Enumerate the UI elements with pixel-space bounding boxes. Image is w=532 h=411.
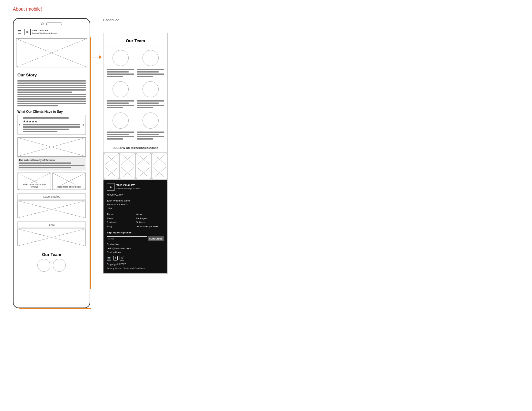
ratings-image: Read more ratings and reviews <box>17 172 51 190</box>
contact-label: Contact us <box>107 242 164 247</box>
mobile-speaker <box>46 23 62 25</box>
insta-7[interactable] <box>135 166 152 180</box>
testimonials-carousel[interactable]: ‹ ★★★★★ › <box>17 115 86 135</box>
team-member-3 <box>107 81 134 110</box>
footer-nav-blog[interactable]: Blog <box>107 225 135 229</box>
contact-section: Contact us hello@thechalet.com Chat with… <box>107 242 164 255</box>
footer-logo: 🏔 THE CHALET Sedona Weddings & Events <box>107 183 164 191</box>
footer-logo-text: THE CHALET <box>116 184 141 187</box>
our-story-text <box>17 79 86 108</box>
team-member-2 <box>137 50 164 79</box>
mobile-frame-left: ☰ 🏔 THE CHALET Sedona Weddings & Events … <box>13 18 90 308</box>
footer-nav-right: Venue Packages Options Local hotel partn… <box>136 212 164 229</box>
instagram-grid <box>103 152 167 180</box>
orange-border-bottom <box>19 308 91 309</box>
insta-2[interactable] <box>120 152 136 166</box>
insta-5[interactable] <box>103 166 120 180</box>
read-more-row: Read more ratings and reviews Read more … <box>16 171 87 191</box>
copyright-section: Copyright ©2020 Privacy Policy Terms and… <box>107 262 164 270</box>
terms-link[interactable]: Terms and Conditions <box>123 267 145 270</box>
subscribe-button[interactable]: SUBSCRIBE <box>148 236 164 241</box>
facebook-icon[interactable]: f <box>113 256 118 260</box>
insta-4[interactable] <box>152 152 168 166</box>
blog-image <box>17 229 86 246</box>
email-input[interactable] <box>107 236 147 241</box>
second-panel: Our Team <box>103 33 168 274</box>
footer-dark: 🏔 THE CHALET Sedona Weddings & Events 92… <box>103 180 167 273</box>
posts-btn[interactable]: Read more of our posts <box>53 185 85 189</box>
team-circle-2 <box>53 259 66 272</box>
case-studies-section: Case Studies <box>16 191 87 220</box>
footer-links: Privacy Policy Terms and Conditions <box>107 267 164 270</box>
footer-nav-left: About Press Reviews Blog <box>107 212 135 229</box>
sedona-section: The natural beauty of Sedona <box>16 137 87 171</box>
logo-area: 🏔 THE CHALET Sedona Weddings & Events <box>24 29 57 35</box>
case-studies-label: Case Studies <box>17 193 86 200</box>
footer-nav-packages[interactable]: Packages <box>136 217 164 221</box>
logo-icon: 🏔 <box>24 29 31 35</box>
footer-logo-icon: 🏔 <box>107 183 114 191</box>
arrow-line <box>90 57 100 57</box>
instagram-icon[interactable]: 📷 <box>107 256 111 260</box>
testimonials-title: What Our Clients Have to Say <box>17 110 86 113</box>
team-circles-row <box>17 259 86 272</box>
footer-addr1: 1234 Wedding Lane <box>107 199 164 203</box>
team-circle-d <box>143 81 159 97</box>
sedona-label: The natural beauty of Sedona <box>19 159 84 161</box>
arrow-connector <box>90 18 103 57</box>
stars: ★★★★★ <box>23 120 80 123</box>
carousel-next[interactable]: › <box>82 122 85 127</box>
team-circle-c <box>113 81 129 97</box>
twitter-icon[interactable]: 𝕏 <box>120 256 124 260</box>
hamburger-icon[interactable]: ☰ <box>17 29 22 34</box>
blog-label: Blog <box>17 221 86 228</box>
insta-3[interactable] <box>135 152 152 166</box>
our-team-bottom-title: Our Team <box>17 252 86 257</box>
mobile-camera <box>41 23 44 25</box>
team-circle-f <box>143 113 159 129</box>
our-story-title: Our Story <box>17 73 86 77</box>
privacy-link[interactable]: Privacy Policy <box>107 267 121 270</box>
follow-section: FOLLOW US @TheChaletSedona <box>103 144 167 152</box>
logo-sub: Sedona Weddings & Events <box>32 32 57 34</box>
blog-section: Blog <box>16 220 87 248</box>
signup-title: Sign Up for Updates <box>107 231 164 235</box>
page-title: About (mobile) <box>13 6 519 12</box>
copyright-text: Copyright ©2020 <box>107 262 164 267</box>
ratings-btn[interactable]: Read more ratings and reviews <box>18 183 50 189</box>
sedona-caption-box: The natural beauty of Sedona <box>17 157 86 171</box>
follow-label: FOLLOW US @TheChaletSedona <box>113 146 158 150</box>
right-panel-wrapper: Continued.... Our Team <box>103 18 168 274</box>
footer-nav-venue[interactable]: Venue <box>136 212 164 217</box>
team-grid <box>103 47 167 144</box>
insta-1[interactable] <box>103 152 120 166</box>
contact-email[interactable]: hello@thechalet.com <box>107 247 164 251</box>
footer-nav-press[interactable]: Press <box>107 217 135 221</box>
logo-text: THE CHALET <box>32 29 57 32</box>
email-row: SUBSCRIBE <box>107 236 164 241</box>
our-team-bottom-section: Our Team <box>16 248 87 274</box>
chat-label[interactable]: Chat with us <box>107 250 164 255</box>
carousel-content: ★★★★★ <box>22 116 82 133</box>
team-circle-b <box>143 50 159 66</box>
team-circle-a <box>113 50 129 66</box>
team-member-4 <box>137 81 164 110</box>
continued-label: Continued.... <box>103 18 168 22</box>
panel-team-title-section: Our Team <box>103 33 167 47</box>
posts-image: Read more of our posts <box>52 172 86 190</box>
footer-nav-reviews[interactable]: Reviews <box>107 220 135 225</box>
our-story-section: Our Story What Our Clients Have <box>16 69 87 137</box>
footer-nav-about[interactable]: About <box>107 212 135 217</box>
hero-image <box>16 38 87 67</box>
insta-6[interactable] <box>120 166 136 180</box>
case-studies-image <box>17 201 86 218</box>
sedona-image <box>17 137 86 157</box>
footer-phone: 928-123-4567 <box>107 193 164 198</box>
insta-8[interactable] <box>152 166 168 180</box>
nav-bar: ☰ 🏔 THE CHALET Sedona Weddings & Events <box>16 27 87 37</box>
footer-address: 1234 Wedding Lane Sedona, AZ 86336 USA <box>107 199 164 210</box>
footer-nav-hotel[interactable]: Local hotel partners <box>136 225 164 229</box>
footer-nav-options[interactable]: Options <box>136 220 164 225</box>
carousel-prev[interactable]: ‹ <box>18 122 22 127</box>
team-circle-e <box>113 113 129 129</box>
